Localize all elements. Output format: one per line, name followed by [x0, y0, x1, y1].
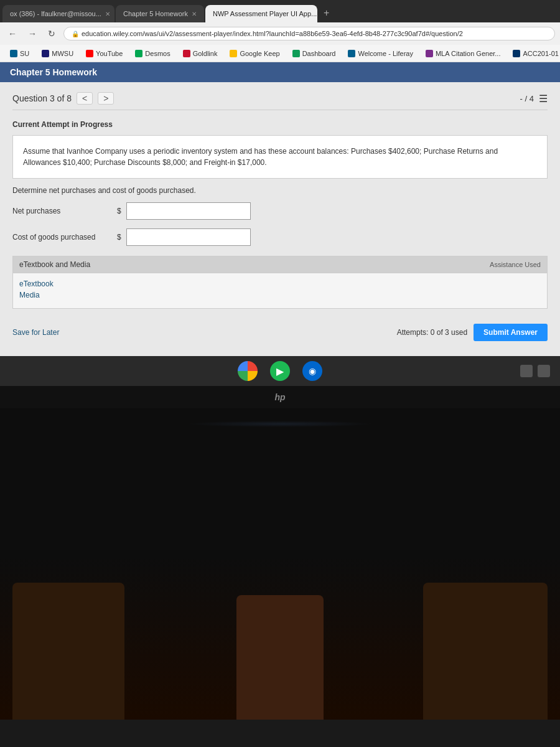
bookmark-youtube[interactable]: YouTube — [81, 49, 128, 59]
attempt-status-text: Current Attempt in Progress — [12, 120, 113, 129]
etextbook-header: eTextbook and Media Assistance Used — [13, 256, 547, 273]
hp-logo: hp — [274, 392, 285, 402]
etextbook-section: eTextbook and Media Assistance Used eTex… — [12, 256, 548, 309]
footer-right: Attempts: 0 of 3 used Submit Answer — [397, 324, 548, 341]
mla-icon — [426, 50, 433, 57]
bookmark-liferay-label: Welcome - Liferay — [358, 50, 413, 57]
chair-right — [423, 583, 548, 720]
tab-chapter5-label: Chapter 5 Homework — [123, 10, 188, 17]
net-purchases-row: Net purchases $ — [12, 202, 548, 220]
etextbook-links: eTextbook Media — [13, 273, 547, 308]
video-taskbar-icon[interactable]: ◉ — [302, 361, 322, 381]
bookmark-mla[interactable]: MLA Citation Gener... — [421, 49, 506, 59]
reload-button[interactable]: ↻ — [45, 27, 58, 40]
hp-area: hp — [0, 386, 560, 408]
taskbar: ▶ ◉ — [0, 356, 560, 386]
etextbook-title: eTextbook and Media — [19, 260, 90, 269]
dashboard-icon — [292, 50, 300, 57]
chrome-taskbar-icon[interactable] — [238, 361, 258, 381]
goldlink-icon — [183, 50, 190, 57]
attempts-text: Attempts: 0 of 3 used — [397, 328, 467, 337]
bookmark-acc-label: ACC201-01 — [523, 50, 558, 57]
net-purchases-label: Net purchases — [12, 207, 112, 215]
bookmark-desmos-label: Desmos — [145, 50, 170, 57]
bookmark-gkeep-label: Google Keep — [240, 50, 279, 57]
question-nav: Question 3 of 8 < > — [12, 92, 114, 105]
forward-button[interactable]: → — [25, 27, 40, 40]
new-tab-button[interactable]: + — [319, 7, 334, 19]
mwsu-icon — [42, 50, 49, 57]
question-header: Question 3 of 8 < > - / 4 ☰ — [12, 92, 548, 110]
question-score: - / 4 — [520, 94, 534, 103]
question-text: Assume that Ivanhoe Company uses a perio… — [23, 146, 537, 168]
bookmark-goldlink[interactable]: Goldlink — [178, 49, 223, 59]
sys-icon-2 — [538, 365, 550, 377]
chair-center — [236, 595, 324, 720]
su-icon — [10, 50, 17, 57]
bookmark-acc[interactable]: ACC201-01 — [508, 49, 560, 59]
bookmark-mwsu-label: MWSU — [52, 50, 73, 57]
tab-email-close[interactable]: ✕ — [105, 11, 110, 17]
tab-email-label: ox (386) - lfaulkner@missou... — [10, 10, 101, 17]
bookmark-mwsu[interactable]: MWSU — [37, 49, 78, 59]
question-label: Question 3 of 8 — [12, 93, 72, 103]
taskbar-right-icons — [520, 365, 550, 377]
tab-chapter5[interactable]: Chapter 5 Homework ✕ — [116, 5, 204, 22]
url-text: education.wiley.com/was/ui/v2/assessment… — [82, 30, 463, 37]
play-taskbar-icon[interactable]: ▶ — [270, 361, 290, 381]
cost-goods-dollar: $ — [117, 233, 121, 242]
list-icon[interactable]: ☰ — [539, 93, 548, 105]
net-purchases-input[interactable] — [126, 202, 251, 220]
liferay-icon — [348, 50, 355, 57]
acc-icon — [513, 50, 520, 57]
save-later-button[interactable]: Save for Later — [12, 328, 59, 337]
back-button[interactable]: ← — [5, 27, 20, 40]
question-body: Assume that Ivanhoe Company uses a perio… — [12, 135, 548, 179]
bookmark-su[interactable]: SU — [5, 49, 34, 59]
bookmark-dashboard[interactable]: Dashboard — [287, 49, 341, 59]
bookmark-su-label: SU — [20, 50, 29, 57]
media-link[interactable]: Media — [19, 291, 541, 299]
bookmark-youtube-label: YouTube — [96, 50, 123, 57]
cost-goods-row: Cost of goods purchased $ — [12, 228, 548, 246]
instruction-text: Determine net purchases and cost of good… — [12, 186, 196, 195]
page-header: Chapter 5 Homework — [0, 62, 560, 82]
lock-icon: 🔒 — [72, 31, 79, 37]
bookmark-goldlink-label: Goldlink — [193, 50, 218, 57]
assistance-used-text: Assistance Used — [490, 261, 541, 268]
submit-answer-button[interactable]: Submit Answer — [474, 324, 548, 341]
question-instruction: Determine net purchases and cost of good… — [12, 186, 548, 195]
main-content: Question 3 of 8 < > - / 4 ☰ Current Atte… — [0, 82, 560, 356]
question-score-area: - / 4 ☰ — [520, 93, 548, 105]
cost-goods-label: Cost of goods purchased — [12, 233, 112, 242]
tab-email[interactable]: ox (386) - lfaulkner@missou... ✕ — [2, 5, 114, 22]
tab-bar: ox (386) - lfaulkner@missou... ✕ Chapter… — [0, 0, 560, 22]
prev-question-button[interactable]: < — [77, 92, 93, 105]
browser-chrome: ox (386) - lfaulkner@missou... ✕ Chapter… — [0, 0, 560, 62]
gkeep-icon — [230, 50, 237, 57]
room-background — [0, 408, 560, 720]
net-purchases-dollar: $ — [117, 207, 121, 215]
url-box[interactable]: 🔒 education.wiley.com/was/ui/v2/assessme… — [63, 27, 555, 40]
bookmark-gkeep[interactable]: Google Keep — [225, 49, 284, 59]
sys-icon-1 — [520, 365, 533, 377]
question-footer: Save for Later Attempts: 0 of 3 used Sub… — [12, 319, 548, 341]
attempt-status: Current Attempt in Progress — [12, 120, 548, 129]
page-title: Chapter 5 Homework — [10, 67, 97, 77]
bookmark-liferay[interactable]: Welcome - Liferay — [343, 49, 418, 59]
tab-chapter5-close[interactable]: ✕ — [192, 11, 197, 17]
next-question-button[interactable]: > — [98, 92, 114, 105]
bookmark-desmos[interactable]: Desmos — [130, 49, 175, 59]
tab-nwp-label: NWP Assessment Player UI App... — [213, 10, 317, 17]
etextbook-link[interactable]: eTextbook — [19, 280, 541, 288]
laptop-glow — [187, 421, 373, 427]
bookmarks-bar: SU MWSU YouTube Desmos Goldlink Google K… — [0, 45, 560, 62]
chair-left — [12, 583, 124, 720]
cost-goods-input[interactable] — [126, 228, 251, 246]
chairs-area — [0, 558, 560, 720]
tab-nwp[interactable]: NWP Assessment Player UI App... ✕ — [205, 5, 317, 22]
address-bar: ← → ↻ 🔒 education.wiley.com/was/ui/v2/as… — [0, 22, 560, 45]
youtube-icon — [86, 50, 93, 57]
desmos-icon — [135, 50, 142, 57]
bookmark-mla-label: MLA Citation Gener... — [436, 50, 501, 57]
